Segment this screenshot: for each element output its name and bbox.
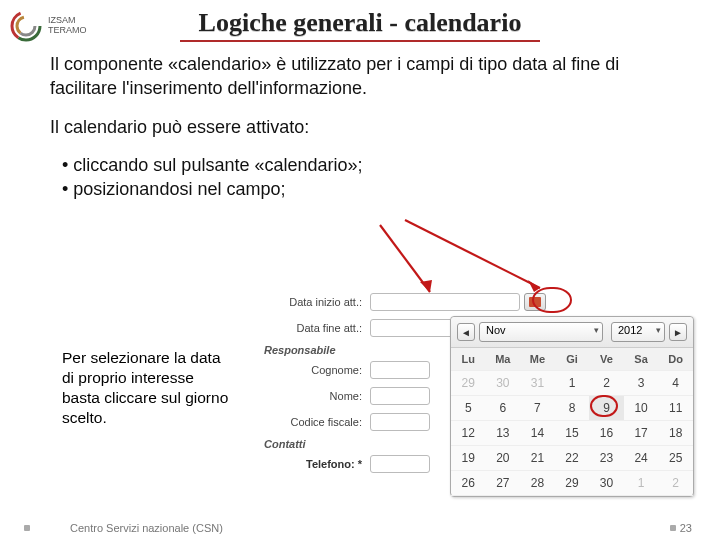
label-codice-fiscale: Codice fiscale: [260,416,370,428]
calendar-day[interactable]: 3 [624,371,659,396]
calendar-day[interactable]: 30 [486,371,521,396]
calendar-day[interactable]: 1 [555,371,590,396]
calendar-day[interactable]: 15 [555,421,590,446]
logo-spiral-icon [8,8,44,44]
label-cognome: Cognome: [260,364,370,376]
calendar-day[interactable]: 29 [555,471,590,496]
calendar-grid: Lu Ma Me Gi Ve Sa Do 29 30 31 1 2 3 4 5 … [451,348,693,496]
calendar-next-button[interactable]: ► [669,323,687,341]
title-underline [180,40,540,42]
calendar-day[interactable]: 7 [520,396,555,421]
calendar-day[interactable]: 31 [520,371,555,396]
calendar-day[interactable]: 28 [520,471,555,496]
bullet-2: posizionandosi nel campo; [62,177,670,201]
calendar-day[interactable]: 22 [555,446,590,471]
page-number: 23 [680,522,692,534]
input-telefono[interactable] [370,455,430,473]
calendar-day[interactable]: 2 [658,471,693,496]
page-title: Logiche generali - calendario [0,0,720,38]
logo-text: IZSAMTERAMO [48,16,87,36]
calendar-day[interactable]: 20 [486,446,521,471]
calendar-day[interactable]: 13 [486,421,521,446]
chevron-right-icon: ► [673,327,683,338]
dow-header: Gi [555,348,590,371]
calendar-day[interactable]: 23 [589,446,624,471]
calendar-day[interactable]: 30 [589,471,624,496]
calendar-day[interactable]: 17 [624,421,659,446]
calendar-day-selected[interactable]: 9 [589,396,624,421]
calendar-day[interactable]: 1 [624,471,659,496]
dow-header: Ve [589,348,624,371]
calendar-day[interactable]: 29 [451,371,486,396]
body-text: Il componente «calendario» è utilizzato … [0,52,720,201]
paragraph-1: Il componente «calendario» è utilizzato … [50,52,670,101]
dow-header: Lu [451,348,486,371]
paragraph-2-intro: Il calendario può essere attivato: [50,115,670,139]
svg-line-6 [405,220,540,288]
input-codice-fiscale[interactable] [370,413,430,431]
calendar-day[interactable]: 5 [451,396,486,421]
calendar-day[interactable]: 26 [451,471,486,496]
calendar-day[interactable]: 8 [555,396,590,421]
note-text: Per selezionare la data di proprio inter… [62,348,232,429]
dow-header: Ma [486,348,521,371]
calendar-day[interactable]: 27 [486,471,521,496]
calendar-day[interactable]: 19 [451,446,486,471]
calendar-day[interactable]: 10 [624,396,659,421]
org-logo: IZSAMTERAMO [8,6,98,46]
label-data-inizio: Data inizio att.: [260,296,370,308]
calendar-month-select[interactable]: Nov [479,322,603,342]
calendar-day[interactable]: 6 [486,396,521,421]
label-nome: Nome: [260,390,370,402]
input-cognome[interactable] [370,361,430,379]
chevron-left-icon: ◄ [461,327,471,338]
calendar-prev-button[interactable]: ◄ [457,323,475,341]
calendar-day[interactable]: 16 [589,421,624,446]
input-nome[interactable] [370,387,430,405]
footer-center-text: Centro Servizi nazionale (CSN) [30,522,670,534]
calendar-day[interactable]: 14 [520,421,555,446]
calendar-day[interactable]: 18 [658,421,693,446]
calendar-header: ◄ Nov 2012 ► [451,317,693,348]
label-data-fine: Data fine att.: [260,322,370,334]
dow-header: Do [658,348,693,371]
calendar-year-select[interactable]: 2012 [611,322,665,342]
input-data-inizio[interactable] [370,293,520,311]
footer-dot-icon [670,525,676,531]
calendar-day[interactable]: 24 [624,446,659,471]
calendar-day[interactable]: 25 [658,446,693,471]
calendar-day[interactable]: 2 [589,371,624,396]
footer: Centro Servizi nazionale (CSN) 23 [0,522,720,534]
bullet-1: cliccando sul pulsante «calendario»; [62,153,670,177]
label-telefono: Telefono: * [260,458,370,470]
svg-line-4 [380,225,430,292]
calendar-button-inizio[interactable] [524,293,546,311]
calendar-day[interactable]: 21 [520,446,555,471]
calendar-day[interactable]: 12 [451,421,486,446]
calendar-icon [529,297,541,307]
calendar-day[interactable]: 11 [658,396,693,421]
calendar-popup: ◄ Nov 2012 ► Lu Ma Me Gi Ve Sa Do 29 30 … [450,316,694,497]
dow-header: Me [520,348,555,371]
calendar-day[interactable]: 4 [658,371,693,396]
dow-header: Sa [624,348,659,371]
